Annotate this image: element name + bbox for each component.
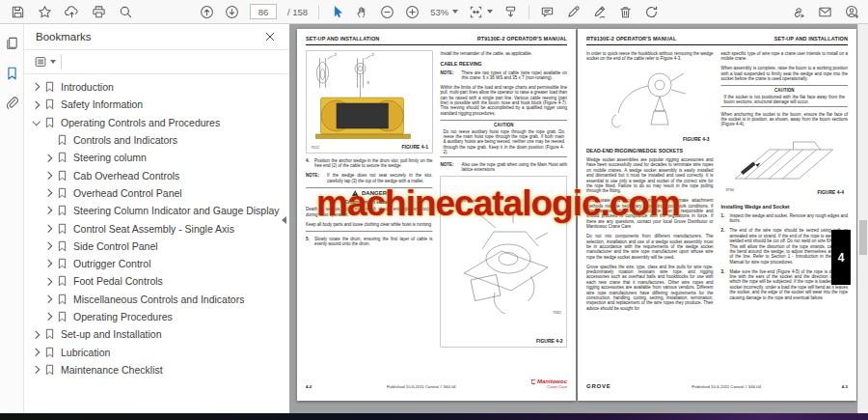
delete-icon[interactable] [618, 5, 633, 19]
hand-icon[interactable] [355, 5, 369, 19]
toolbar-tools-group [330, 5, 420, 19]
page-up-icon[interactable] [200, 5, 214, 19]
chevron-icon[interactable] [32, 332, 41, 338]
bookmark-item[interactable]: Cab Overhead Controls [24, 166, 289, 183]
panel-collapse-arrow[interactable] [282, 216, 286, 224]
body-text: Within the limits of the load and range … [441, 85, 568, 116]
bottom-edge-bar [0, 413, 868, 420]
section-heading: CABLE REEVING [441, 60, 568, 66]
star-icon[interactable] [38, 5, 52, 19]
caution-title: CAUTION [721, 88, 849, 93]
bookmark-item[interactable]: Operating Controls and Procedures [24, 114, 289, 131]
bookmark-item[interactable]: Set-up and Installation [24, 325, 289, 343]
bookmarks-panel-title: Bookmarks [36, 31, 92, 42]
cloud-upload-icon[interactable] [65, 5, 79, 19]
zoom-search-icon[interactable] [119, 5, 133, 19]
highlight-icon[interactable] [566, 5, 581, 19]
list-number: 5. [306, 236, 314, 246]
figure-ref-number: 7512 [312, 145, 319, 150]
body-text: Do not mix components from different man… [586, 234, 714, 260]
options-divider [61, 54, 62, 70]
bookmark-item[interactable]: Outrigger Control [24, 255, 289, 272]
bookmark-item[interactable]: Steering Column Indicator and Gauge Disp… [24, 202, 289, 219]
chevron-icon[interactable] [32, 102, 41, 108]
bookmark-icon [57, 311, 68, 322]
chevron-icon[interactable] [44, 208, 53, 213]
figure-4-3: FIGURE 4-3 [586, 66, 714, 143]
vertical-scrollbar[interactable] [857, 23, 868, 413]
body-text: Grove specifies the size, type, class an… [586, 264, 714, 311]
bookmark-icon [57, 187, 68, 199]
zoom-in-icon[interactable] [405, 5, 420, 19]
save-icon[interactable] [11, 5, 25, 19]
chevron-icon[interactable] [44, 155, 53, 161]
bookmark-item[interactable]: Maintenance Checklist [24, 361, 289, 378]
print-icon[interactable] [92, 5, 106, 19]
bookmark-icon [44, 364, 56, 376]
attachments-icon[interactable] [5, 96, 19, 111]
chevron-icon[interactable] [44, 243, 53, 249]
chevron-icon[interactable] [44, 314, 53, 320]
share-link-icon[interactable] [791, 5, 805, 19]
bookmark-item[interactable]: Controls and Indicators [24, 131, 289, 149]
bookmarks-tree: Introduction Safety Information Operatin… [24, 74, 289, 378]
add-user-icon[interactable] [845, 5, 859, 19]
toolbar-nav-group [200, 5, 239, 19]
close-icon[interactable] [265, 32, 275, 42]
page-header-manual: RT9130E-2 OPERATOR'S MANUAL [586, 36, 676, 42]
section-tab: 4 [831, 230, 851, 285]
chevron-icon[interactable] [44, 296, 53, 302]
bookmark-item[interactable]: Operating Procedures [24, 308, 289, 325]
page-header-manual: RT9130E-2 OPERATOR'S MANUAL [477, 36, 567, 42]
chevron-icon[interactable] [44, 190, 53, 196]
page-thumbnails-icon[interactable] [5, 36, 19, 51]
note-text: If the wedge does not seat securely in t… [327, 173, 433, 183]
chevron-icon[interactable] [32, 121, 41, 125]
bookmark-item[interactable]: Foot Pedal Controls [24, 272, 289, 290]
bookmark-item[interactable]: Side Control Panel [24, 238, 289, 255]
body-text: When assembly is complete, raise the boo… [721, 66, 849, 81]
page-number-input[interactable]: 86 [250, 4, 277, 19]
refresh-icon[interactable] [644, 5, 659, 19]
chevron-icon[interactable] [44, 261, 53, 266]
figure-callout: 2 [372, 52, 374, 57]
zoom-level-dropdown[interactable]: 53% [430, 7, 458, 17]
scrollbar-thumb[interactable] [859, 220, 867, 255]
caution-text: Do not reeve auxiliary hoist rope throug… [441, 128, 568, 154]
logo-subtitle: Crane Care [530, 385, 567, 389]
bookmark-options-button[interactable] [34, 55, 56, 69]
chevron-icon[interactable] [32, 350, 41, 355]
body-text: In order to quick reeve the hookblock wi… [586, 51, 714, 62]
chevron-icon[interactable] [32, 84, 41, 90]
chevron-icon[interactable] [44, 279, 53, 285]
comment-icon[interactable] [540, 5, 555, 19]
bookmark-item[interactable]: Control Seat Assembly - Single Axis [24, 219, 289, 237]
figure-4-1: 2 2 3 7512 FIGURE 4-1 [306, 51, 433, 154]
zoom-out-icon[interactable] [380, 5, 394, 19]
page-scroll-icon[interactable] [503, 5, 518, 19]
chevron-down-icon [487, 10, 493, 14]
signature-icon[interactable] [592, 5, 607, 19]
bookmark-item[interactable]: Safety Information [24, 96, 289, 113]
note-label: NOTE: [441, 70, 462, 80]
chevron-icon[interactable] [32, 367, 41, 373]
page-down-icon[interactable] [225, 5, 239, 19]
bookmarks-icon[interactable] [5, 66, 19, 81]
bookmark-item[interactable]: Lubrication [24, 343, 289, 360]
bookmark-item[interactable]: Steering column [24, 149, 289, 166]
note-text: There are two types of cable (wire rope)… [462, 70, 568, 80]
note-text: Also use the rope grab when using the Ma… [462, 161, 568, 172]
chevron-icon[interactable] [44, 173, 53, 179]
list-number: 2. [721, 228, 730, 265]
list-number: 1. [721, 213, 730, 224]
list-number: 3. [721, 268, 730, 299]
manitowoc-logo: Manitowoc Crane Care [530, 378, 567, 389]
document-viewport[interactable]: SET-UP AND INSTALLATION RT9130E-2 OPERAT… [289, 23, 868, 413]
bookmark-item[interactable]: Introduction [24, 78, 289, 96]
select-cursor-icon[interactable] [330, 5, 344, 19]
bookmark-item[interactable]: Overhead Control Panel [24, 184, 289, 202]
chevron-icon[interactable] [44, 226, 53, 232]
bookmark-item[interactable]: Miscellaneous Controls and Indicators [24, 291, 289, 308]
email-icon[interactable] [818, 5, 832, 19]
fit-page-dropdown[interactable] [469, 5, 493, 19]
